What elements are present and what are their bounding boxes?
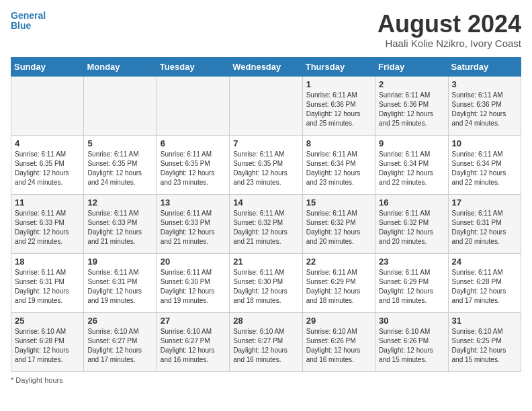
day-number: 18	[15, 257, 80, 267]
day-number: 27	[161, 316, 226, 326]
calendar-cell: 15Sunrise: 6:11 AM Sunset: 6:32 PM Dayli…	[302, 194, 375, 253]
calendar-col-header: Monday	[84, 57, 157, 76]
calendar-col-header: Wednesday	[230, 57, 302, 76]
day-number: 11	[15, 197, 80, 208]
cell-text: Sunrise: 6:11 AM Sunset: 6:33 PM Dayligh…	[161, 209, 226, 246]
cell-text: Sunrise: 6:11 AM Sunset: 6:33 PM Dayligh…	[15, 209, 80, 246]
cell-text: Sunrise: 6:11 AM Sunset: 6:28 PM Dayligh…	[452, 268, 517, 306]
calendar-cell: 19Sunrise: 6:11 AM Sunset: 6:31 PM Dayli…	[84, 253, 157, 312]
day-number: 9	[379, 138, 444, 148]
calendar-cell: 13Sunrise: 6:11 AM Sunset: 6:33 PM Dayli…	[157, 194, 229, 253]
calendar-cell: 20Sunrise: 6:11 AM Sunset: 6:30 PM Dayli…	[157, 253, 229, 312]
cell-text: Sunrise: 6:11 AM Sunset: 6:34 PM Dayligh…	[452, 150, 517, 187]
calendar-week-row: 18Sunrise: 6:11 AM Sunset: 6:31 PM Dayli…	[11, 253, 521, 312]
cell-text: Sunrise: 6:10 AM Sunset: 6:25 PM Dayligh…	[452, 327, 517, 365]
calendar-cell: 2Sunrise: 6:11 AM Sunset: 6:36 PM Daylig…	[375, 76, 448, 135]
cell-text: Sunrise: 6:10 AM Sunset: 6:27 PM Dayligh…	[233, 327, 298, 365]
day-number: 26	[87, 316, 152, 326]
cell-text: Sunrise: 6:10 AM Sunset: 6:27 PM Dayligh…	[161, 327, 226, 365]
calendar-cell	[157, 76, 229, 135]
day-number: 30	[379, 316, 444, 326]
cell-text: Sunrise: 6:11 AM Sunset: 6:31 PM Dayligh…	[87, 268, 152, 306]
location-title: Haali Kolie Nzikro, Ivory Coast	[378, 38, 521, 49]
cell-text: Sunrise: 6:11 AM Sunset: 6:34 PM Dayligh…	[306, 150, 371, 187]
calendar-cell: 22Sunrise: 6:11 AM Sunset: 6:29 PM Dayli…	[302, 253, 375, 312]
cell-text: Sunrise: 6:11 AM Sunset: 6:36 PM Dayligh…	[379, 91, 444, 128]
calendar-col-header: Thursday	[302, 57, 375, 76]
calendar-cell: 14Sunrise: 6:11 AM Sunset: 6:32 PM Dayli…	[230, 194, 302, 253]
calendar-col-header: Sunday	[11, 57, 84, 76]
day-number: 10	[452, 138, 517, 148]
footer-note-text: Daylight hours	[15, 376, 62, 384]
calendar-cell: 11Sunrise: 6:11 AM Sunset: 6:33 PM Dayli…	[11, 194, 84, 253]
day-number: 24	[452, 257, 517, 267]
cell-text: Sunrise: 6:11 AM Sunset: 6:36 PM Dayligh…	[306, 91, 371, 128]
day-number: 21	[233, 257, 298, 267]
calendar-cell: 9Sunrise: 6:11 AM Sunset: 6:34 PM Daylig…	[375, 135, 448, 194]
calendar-week-row: 25Sunrise: 6:10 AM Sunset: 6:28 PM Dayli…	[11, 312, 521, 371]
calendar-cell: 6Sunrise: 6:11 AM Sunset: 6:35 PM Daylig…	[157, 135, 229, 194]
cell-text: Sunrise: 6:11 AM Sunset: 6:32 PM Dayligh…	[306, 209, 371, 246]
cell-text: Sunrise: 6:10 AM Sunset: 6:26 PM Dayligh…	[379, 327, 444, 365]
cell-text: Sunrise: 6:10 AM Sunset: 6:28 PM Dayligh…	[15, 327, 80, 365]
day-number: 19	[87, 257, 152, 267]
logo-text: GeneralBlue	[11, 11, 46, 32]
calendar-col-header: Saturday	[448, 57, 521, 76]
calendar-week-row: 11Sunrise: 6:11 AM Sunset: 6:33 PM Dayli…	[11, 194, 521, 253]
calendar-cell: 16Sunrise: 6:11 AM Sunset: 6:32 PM Dayli…	[375, 194, 448, 253]
calendar-header-row: SundayMondayTuesdayWednesdayThursdayFrid…	[11, 57, 521, 76]
cell-text: Sunrise: 6:11 AM Sunset: 6:31 PM Dayligh…	[452, 209, 517, 246]
month-title: August 2024	[378, 11, 521, 38]
calendar-cell: 28Sunrise: 6:10 AM Sunset: 6:27 PM Dayli…	[230, 312, 302, 371]
calendar-cell: 21Sunrise: 6:11 AM Sunset: 6:30 PM Dayli…	[230, 253, 302, 312]
day-number: 29	[306, 316, 371, 326]
day-number: 25	[15, 316, 80, 326]
day-number: 2	[379, 79, 444, 89]
cell-text: Sunrise: 6:11 AM Sunset: 6:30 PM Dayligh…	[233, 268, 298, 306]
calendar-col-header: Tuesday	[157, 57, 229, 76]
calendar-cell: 7Sunrise: 6:11 AM Sunset: 6:35 PM Daylig…	[230, 135, 302, 194]
calendar-cell: 1Sunrise: 6:11 AM Sunset: 6:36 PM Daylig…	[302, 76, 375, 135]
cell-text: Sunrise: 6:11 AM Sunset: 6:35 PM Dayligh…	[161, 150, 226, 187]
calendar-cell: 30Sunrise: 6:10 AM Sunset: 6:26 PM Dayli…	[375, 312, 448, 371]
calendar-cell: 18Sunrise: 6:11 AM Sunset: 6:31 PM Dayli…	[11, 253, 84, 312]
day-number: 14	[233, 197, 298, 208]
day-number: 16	[379, 197, 444, 208]
calendar-cell: 4Sunrise: 6:11 AM Sunset: 6:35 PM Daylig…	[11, 135, 84, 194]
header: General Blue GeneralBlue August 2024 Haa…	[11, 11, 521, 49]
calendar-cell: 23Sunrise: 6:11 AM Sunset: 6:29 PM Dayli…	[375, 253, 448, 312]
calendar-cell: 25Sunrise: 6:10 AM Sunset: 6:28 PM Dayli…	[11, 312, 84, 371]
cell-text: Sunrise: 6:11 AM Sunset: 6:35 PM Dayligh…	[233, 150, 298, 187]
calendar-cell: 12Sunrise: 6:11 AM Sunset: 6:33 PM Dayli…	[84, 194, 157, 253]
day-number: 8	[306, 138, 371, 148]
day-number: 20	[161, 257, 226, 267]
cell-text: Sunrise: 6:11 AM Sunset: 6:31 PM Dayligh…	[15, 268, 80, 306]
cell-text: Sunrise: 6:11 AM Sunset: 6:35 PM Dayligh…	[87, 150, 152, 187]
cell-text: Sunrise: 6:11 AM Sunset: 6:30 PM Dayligh…	[161, 268, 226, 306]
calendar-cell: 17Sunrise: 6:11 AM Sunset: 6:31 PM Dayli…	[448, 194, 521, 253]
cell-text: Sunrise: 6:11 AM Sunset: 6:35 PM Dayligh…	[15, 150, 80, 187]
footer-note: * Daylight hours	[11, 376, 521, 384]
calendar-cell: 31Sunrise: 6:10 AM Sunset: 6:25 PM Dayli…	[448, 312, 521, 371]
cell-text: Sunrise: 6:11 AM Sunset: 6:32 PM Dayligh…	[233, 209, 298, 246]
day-number: 28	[233, 316, 298, 326]
cell-text: Sunrise: 6:10 AM Sunset: 6:26 PM Dayligh…	[306, 327, 371, 365]
day-number: 22	[306, 257, 371, 267]
calendar-cell: 24Sunrise: 6:11 AM Sunset: 6:28 PM Dayli…	[448, 253, 521, 312]
cell-text: Sunrise: 6:11 AM Sunset: 6:29 PM Dayligh…	[306, 268, 371, 306]
calendar-cell	[230, 76, 302, 135]
calendar-cell: 10Sunrise: 6:11 AM Sunset: 6:34 PM Dayli…	[448, 135, 521, 194]
day-number: 1	[306, 79, 371, 89]
calendar-cell	[11, 76, 84, 135]
day-number: 12	[87, 197, 152, 208]
calendar-cell: 8Sunrise: 6:11 AM Sunset: 6:34 PM Daylig…	[302, 135, 375, 194]
day-number: 17	[452, 197, 517, 208]
calendar-cell: 29Sunrise: 6:10 AM Sunset: 6:26 PM Dayli…	[302, 312, 375, 371]
calendar-cell: 3Sunrise: 6:11 AM Sunset: 6:36 PM Daylig…	[448, 76, 521, 135]
day-number: 3	[452, 79, 517, 89]
cell-text: Sunrise: 6:11 AM Sunset: 6:32 PM Dayligh…	[379, 209, 444, 246]
calendar-week-row: 1Sunrise: 6:11 AM Sunset: 6:36 PM Daylig…	[11, 76, 521, 135]
calendar-cell	[84, 76, 157, 135]
calendar-cell: 26Sunrise: 6:10 AM Sunset: 6:27 PM Dayli…	[84, 312, 157, 371]
day-number: 15	[306, 197, 371, 208]
